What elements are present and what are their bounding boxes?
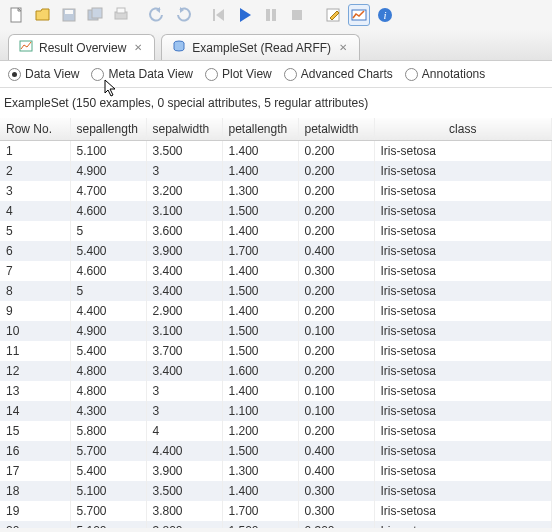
table-cell: 0.100 <box>298 401 374 421</box>
results-icon[interactable] <box>348 4 370 26</box>
table-cell: 0.200 <box>298 421 374 441</box>
edit-icon[interactable] <box>322 4 344 26</box>
table-cell: 20 <box>0 521 70 529</box>
table-cell: 1.400 <box>222 161 298 181</box>
separator <box>198 4 204 26</box>
svg-text:i: i <box>383 9 386 21</box>
radio-icon <box>205 68 218 81</box>
undo-icon[interactable] <box>146 4 168 26</box>
stop-icon[interactable] <box>286 4 308 26</box>
table-cell: 5.400 <box>70 341 146 361</box>
table-row[interactable]: 15.1003.5001.4000.200Iris-setosa <box>0 140 552 161</box>
table-cell: 3.500 <box>146 481 222 501</box>
separator <box>136 4 142 26</box>
table-row[interactable]: 853.4001.5000.200Iris-setosa <box>0 281 552 301</box>
table-cell: 4 <box>0 201 70 221</box>
table-cell: 0.300 <box>298 261 374 281</box>
table-row[interactable]: 104.9003.1001.5000.100Iris-setosa <box>0 321 552 341</box>
save-icon[interactable] <box>58 4 80 26</box>
table-row[interactable]: 175.4003.9001.3000.400Iris-setosa <box>0 461 552 481</box>
table-cell: 0.300 <box>298 501 374 521</box>
table-cell: Iris-setosa <box>374 361 552 381</box>
table-cell: 0.200 <box>298 201 374 221</box>
column-header[interactable]: sepalwidth <box>146 118 222 140</box>
table-cell: 1.400 <box>222 140 298 161</box>
table-row[interactable]: 65.4003.9001.7000.400Iris-setosa <box>0 241 552 261</box>
radio-icon <box>91 68 104 81</box>
table-cell: 1.300 <box>222 181 298 201</box>
table-row[interactable]: 195.7003.8001.7000.300Iris-setosa <box>0 501 552 521</box>
table-cell: Iris-setosa <box>374 301 552 321</box>
table-cell: Iris-setosa <box>374 521 552 529</box>
table-cell: 5.100 <box>70 140 146 161</box>
view-plot-view[interactable]: Plot View <box>205 67 272 81</box>
column-header[interactable]: Row No. <box>0 118 70 140</box>
data-table-wrap[interactable]: Row No.sepallengthsepalwidthpetallengthp… <box>0 118 552 528</box>
table-cell: Iris-setosa <box>374 341 552 361</box>
info-icon[interactable]: i <box>374 4 396 26</box>
table-cell: Iris-setosa <box>374 461 552 481</box>
print-icon[interactable] <box>110 4 132 26</box>
view-advanced-charts[interactable]: Advanced Charts <box>284 67 393 81</box>
table-cell: 4.400 <box>146 441 222 461</box>
table-row[interactable]: 34.7003.2001.3000.200Iris-setosa <box>0 181 552 201</box>
tab-bar: Result Overview✕ExampleSet (Read ARFF)✕ <box>0 30 552 61</box>
table-row[interactable]: 185.1003.5001.4000.300Iris-setosa <box>0 481 552 501</box>
table-cell: 1.500 <box>222 201 298 221</box>
table-cell: 3.400 <box>146 261 222 281</box>
table-row[interactable]: 155.80041.2000.200Iris-setosa <box>0 421 552 441</box>
table-cell: 3.600 <box>146 221 222 241</box>
rewind-icon[interactable] <box>208 4 230 26</box>
saveas-icon[interactable] <box>84 4 106 26</box>
table-cell: 3.900 <box>146 241 222 261</box>
play-icon[interactable] <box>234 4 256 26</box>
pause-icon[interactable] <box>260 4 282 26</box>
table-row[interactable]: 44.6003.1001.5000.200Iris-setosa <box>0 201 552 221</box>
svg-rect-6 <box>117 8 125 13</box>
table-row[interactable]: 553.6001.4000.200Iris-setosa <box>0 221 552 241</box>
table-cell: 11 <box>0 341 70 361</box>
table-row[interactable]: 24.90031.4000.200Iris-setosa <box>0 161 552 181</box>
table-cell: 17 <box>0 461 70 481</box>
table-row[interactable]: 144.30031.1000.100Iris-setosa <box>0 401 552 421</box>
table-cell: 4.600 <box>70 261 146 281</box>
table-cell: 3.700 <box>146 341 222 361</box>
tab-result[interactable]: Result Overview✕ <box>8 34 155 60</box>
open-icon[interactable] <box>32 4 54 26</box>
table-cell: 1.500 <box>222 441 298 461</box>
new-icon[interactable] <box>6 4 28 26</box>
view-data-view[interactable]: Data View <box>8 67 79 81</box>
table-row[interactable]: 94.4002.9001.4000.200Iris-setosa <box>0 301 552 321</box>
table-cell: 0.200 <box>298 221 374 241</box>
view-annotations[interactable]: Annotations <box>405 67 485 81</box>
column-header[interactable]: petallength <box>222 118 298 140</box>
table-cell: Iris-setosa <box>374 201 552 221</box>
close-icon[interactable]: ✕ <box>337 42 349 54</box>
table-cell: 1.400 <box>222 221 298 241</box>
table-cell: 0.300 <box>298 521 374 529</box>
table-cell: Iris-setosa <box>374 161 552 181</box>
table-cell: 14 <box>0 401 70 421</box>
view-meta-data-view[interactable]: Meta Data View <box>91 67 193 81</box>
table-cell: 4 <box>146 421 222 441</box>
table-row[interactable]: 134.80031.4000.100Iris-setosa <box>0 381 552 401</box>
redo-icon[interactable] <box>172 4 194 26</box>
table-row[interactable]: 124.8003.4001.6000.200Iris-setosa <box>0 361 552 381</box>
svg-rect-7 <box>213 9 215 21</box>
table-row[interactable]: 115.4003.7001.5000.200Iris-setosa <box>0 341 552 361</box>
close-icon[interactable]: ✕ <box>132 42 144 54</box>
table-row[interactable]: 165.7004.4001.5000.400Iris-setosa <box>0 441 552 461</box>
table-row[interactable]: 205.1003.8001.5000.300Iris-setosa <box>0 521 552 529</box>
column-header[interactable]: sepallength <box>70 118 146 140</box>
table-cell: 2.900 <box>146 301 222 321</box>
tab-dataset[interactable]: ExampleSet (Read ARFF)✕ <box>161 34 360 60</box>
table-row[interactable]: 74.6003.4001.4000.300Iris-setosa <box>0 261 552 281</box>
main-toolbar: i <box>0 0 552 30</box>
table-cell: 4.800 <box>70 361 146 381</box>
column-header[interactable]: petalwidth <box>298 118 374 140</box>
table-cell: 0.200 <box>298 301 374 321</box>
table-cell: Iris-setosa <box>374 401 552 421</box>
column-header[interactable]: class <box>374 118 552 140</box>
table-cell: Iris-setosa <box>374 501 552 521</box>
table-cell: Iris-setosa <box>374 441 552 461</box>
